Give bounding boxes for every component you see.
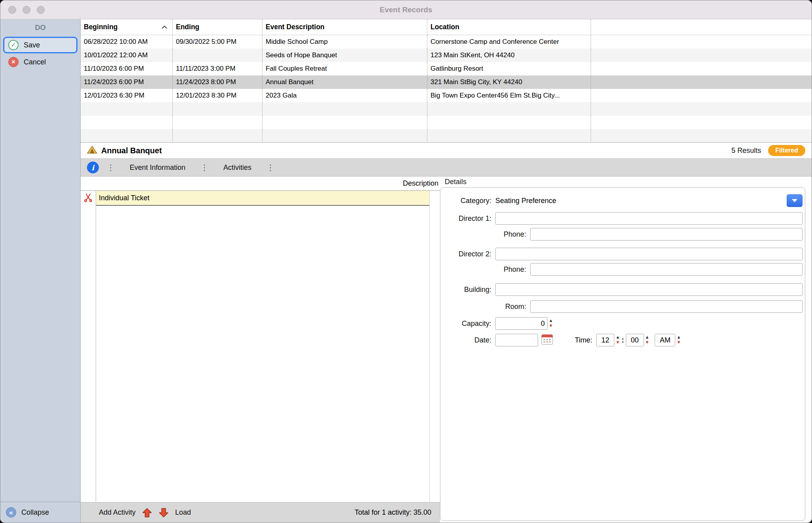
move-up-button[interactable] xyxy=(142,508,152,518)
category-dropdown-button[interactable] xyxy=(787,194,803,207)
load-button[interactable]: Load xyxy=(175,508,191,517)
calendar-picker-button[interactable] xyxy=(541,334,553,346)
room-label: Room: xyxy=(440,303,530,311)
save-button-label: Save xyxy=(24,41,40,49)
building-label: Building: xyxy=(440,286,495,294)
event-row-empty xyxy=(81,129,812,143)
date-label: Date: xyxy=(440,336,495,344)
record-bar: Annual Banquet 5 Results Filtered xyxy=(81,143,812,158)
cell-ending: 11/11/2023 3:00 PM xyxy=(173,62,262,75)
remove-activity-button[interactable] xyxy=(81,191,96,206)
activities-gutter xyxy=(81,191,96,502)
event-row[interactable]: 11/10/2023 6:00 PM 11/11/2023 3:00 PM Fa… xyxy=(81,62,812,75)
tab-bar: i ⋮ Event Information ⋮ Activities ⋮ xyxy=(81,158,812,177)
cell-beginning: 12/01/2023 6:30 PM xyxy=(81,89,173,102)
activity-row[interactable]: Individual Ticket xyxy=(96,191,429,206)
event-row-selected[interactable]: 11/24/2023 6:00 PM 11/24/2023 8:00 PM An… xyxy=(81,75,812,89)
cell-ending: 09/30/2022 5:00 PM xyxy=(173,35,262,49)
tab-activities[interactable]: Activities xyxy=(216,161,259,175)
column-header-ending-label: Ending xyxy=(176,23,199,31)
time-hour-stepper[interactable]: ▲ ▼ xyxy=(616,335,620,345)
stepper-down-icon: ▼ xyxy=(676,340,681,345)
date-field[interactable] xyxy=(495,334,538,346)
sort-ascending-icon xyxy=(161,25,169,29)
event-row[interactable]: 10/01/2022 12:00 AM Seeds of Hope Banque… xyxy=(81,49,812,62)
add-activity-button[interactable]: Add Activity xyxy=(99,508,136,517)
column-header-event-description[interactable]: Event Description xyxy=(262,19,427,35)
column-header-location[interactable]: Location xyxy=(427,19,591,35)
time-minute-field[interactable] xyxy=(626,334,644,346)
event-records-window: Event Records DO ✓ Save × Cancel « Colla… xyxy=(0,0,812,523)
time-ampm-field[interactable] xyxy=(655,334,675,346)
time-ampm-stepper[interactable]: ▲ ▼ xyxy=(676,335,681,345)
time-hour-field[interactable] xyxy=(596,334,614,346)
results-count: 5 Results xyxy=(731,147,761,155)
activities-scrollbar-track[interactable] xyxy=(430,191,440,502)
cancel-x-icon: × xyxy=(8,57,19,67)
time-colon: : xyxy=(621,336,624,344)
cell-beginning: 06/28/2022 10:00 AM xyxy=(81,35,173,49)
event-row-empty xyxy=(81,116,812,129)
phone1-field[interactable] xyxy=(530,228,803,241)
capacity-label: Capacity: xyxy=(440,320,495,328)
column-header-ending[interactable]: Ending xyxy=(173,19,262,35)
cell-ending: 12/01/2023 8:30 PM xyxy=(173,89,262,102)
description-column-label: Description xyxy=(403,179,438,188)
activities-list: Individual Ticket xyxy=(96,191,430,502)
drag-handle-dots-icon: ⋮ xyxy=(107,163,115,172)
details-title: Details xyxy=(445,178,812,186)
activities-panel: Description Individual Ti xyxy=(81,177,440,523)
sidebar-bottom: « Collapse xyxy=(0,502,80,523)
room-field[interactable] xyxy=(530,300,803,313)
drag-handle-dots-icon: ⋮ xyxy=(266,163,274,172)
cell-beginning: 10/01/2022 12:00 AM xyxy=(81,49,173,62)
filtered-badge[interactable]: Filtered xyxy=(768,145,805,156)
cell-event-description: Seeds of Hope Banquet xyxy=(262,49,427,62)
scissors-icon xyxy=(83,193,93,204)
cancel-button-label: Cancel xyxy=(24,58,46,66)
column-header-beginning-label: Beginning xyxy=(84,23,118,31)
cell-ending xyxy=(173,49,262,62)
cell-event-description: Middle School Camp xyxy=(262,35,427,49)
cell-location: 321 Main StBig City, KY 44240 xyxy=(427,75,591,89)
cell-event-description: Fall Couples Retreat xyxy=(262,62,427,75)
phone1-label: Phone: xyxy=(440,230,530,239)
activities-toolbar: Add Activity Load Total for 1 activity: … xyxy=(81,502,440,523)
selected-record-title: Annual Banquet xyxy=(101,146,162,155)
stepper-down-icon: ▼ xyxy=(616,340,620,345)
phone2-label: Phone: xyxy=(440,265,530,274)
event-row[interactable]: 06/28/2022 10:00 AM 09/30/2022 5:00 PM M… xyxy=(81,35,812,49)
move-down-button[interactable] xyxy=(159,508,169,518)
events-table: Beginning Ending Event Description Locat… xyxy=(81,19,812,143)
cell-event-description: Annual Banquet xyxy=(262,75,427,89)
event-row[interactable]: 12/01/2023 6:30 PM 12/01/2023 8:30 PM 20… xyxy=(81,89,812,102)
capacity-field[interactable] xyxy=(495,317,548,330)
event-icon xyxy=(87,145,97,156)
details-panel: Details Category: Seating Preference Dir… xyxy=(440,177,812,523)
cell-ending: 11/24/2023 8:00 PM xyxy=(173,75,262,89)
director1-field[interactable] xyxy=(495,212,803,225)
director1-label: Director 1: xyxy=(440,214,495,223)
building-field[interactable] xyxy=(495,283,803,296)
cancel-button[interactable]: × Cancel xyxy=(0,53,80,71)
save-button[interactable]: ✓ Save xyxy=(3,37,77,53)
info-icon[interactable]: i xyxy=(87,162,99,173)
sidebar: DO ✓ Save × Cancel « Collapse xyxy=(0,19,81,523)
details-form: Category: Seating Preference Director 1:… xyxy=(440,187,805,521)
capacity-stepper[interactable]: ▲ ▼ xyxy=(549,318,553,329)
column-header-beginning[interactable]: Beginning xyxy=(81,19,173,35)
director2-field[interactable] xyxy=(495,248,803,260)
activities-total: Total for 1 activity: 35.00 xyxy=(355,508,435,517)
calendar-icon xyxy=(541,334,553,346)
collapse-chevrons-icon: « xyxy=(6,507,16,517)
time-minute-stepper[interactable]: ▲ ▼ xyxy=(645,335,650,345)
category-value: Seating Preference xyxy=(495,197,556,205)
tab-event-information[interactable]: Event Information xyxy=(123,161,193,175)
cell-event-description: 2023 Gala xyxy=(262,89,427,102)
collapse-button[interactable]: « Collapse xyxy=(6,507,49,517)
cell-location: Cornerstone Camp and Conference Center xyxy=(427,35,591,49)
director2-label: Director 2: xyxy=(440,250,495,258)
cell-beginning: 11/24/2023 6:00 PM xyxy=(81,75,173,89)
drag-handle-dots-icon: ⋮ xyxy=(200,163,208,172)
phone2-field[interactable] xyxy=(530,263,803,276)
